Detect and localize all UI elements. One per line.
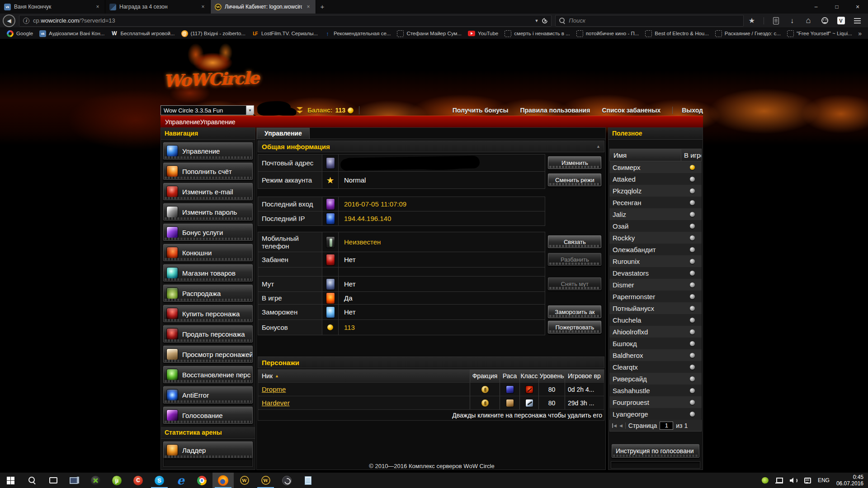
characters-column-header[interactable]: Игровое вр (565, 370, 604, 382)
player-row[interactable]: Chuchela (609, 314, 702, 326)
browser-tab[interactable]: Награда за 4 сезон (105, 0, 211, 14)
vote-instruction-button[interactable]: Инструкция по голосовани (612, 444, 699, 458)
clock[interactable]: 0:45 06.07.2016 (836, 474, 863, 487)
player-row[interactable]: Ahioolroflxd (609, 326, 702, 338)
bookmark-item[interactable]: "Free Yourself" ~ Liqui... (784, 30, 855, 37)
action-button[interactable]: Сменить режи (548, 174, 601, 186)
player-row[interactable]: Devastators (609, 267, 702, 279)
taskbar-wow-button[interactable] (234, 473, 255, 488)
character-row[interactable]: Dropme800d 2h 4... (258, 383, 604, 396)
player-row[interactable]: Олежабандит (609, 244, 702, 255)
bookmark-item[interactable]: Рекомендательная се... (321, 30, 394, 37)
volume-icon[interactable] (790, 478, 797, 483)
select-caret-icon[interactable] (246, 106, 254, 115)
taskbar-skype-button[interactable] (149, 473, 170, 488)
taskbar-start-button[interactable] (0, 473, 21, 488)
characters-column-header[interactable]: Фракция (470, 370, 500, 382)
reading-list-icon[interactable] (771, 16, 780, 25)
sidebar-item[interactable]: Купить персонажа (163, 305, 253, 322)
window-close-button[interactable] (847, 0, 868, 14)
player-row[interactable]: Риверсайд (609, 373, 702, 385)
account-link[interactable]: Выход (672, 107, 703, 114)
window-maximize-button[interactable] (826, 0, 847, 14)
characters-column-header[interactable]: Класс (520, 370, 539, 382)
player-row[interactable]: Baldherox (609, 349, 702, 361)
tab-close-icon[interactable] (94, 4, 101, 10)
taskbar-game-center-button[interactable] (85, 473, 106, 488)
sidebar-item[interactable]: Управление (163, 142, 253, 160)
taskbar-obs-button[interactable] (276, 473, 297, 488)
bookmark-item[interactable]: LostFilm.TV. Сериалы... (249, 30, 321, 37)
player-row[interactable]: Attaked (609, 173, 702, 185)
home-icon[interactable] (804, 16, 813, 25)
notifications-icon[interactable] (804, 478, 811, 483)
sidebar-item[interactable]: Конюшни (163, 244, 253, 261)
server-select[interactable]: Wow Circle 3.3.5a Fun (160, 105, 254, 115)
sidebar-item[interactable]: Бонус услуги (163, 224, 253, 241)
window-minimize-button[interactable] (806, 0, 826, 14)
bookmark-item[interactable]: Аудіозаписи Вані Кон... (36, 30, 108, 37)
character-nick-link[interactable]: Hardever (262, 399, 290, 407)
character-nick-link[interactable]: Dropme (262, 385, 286, 393)
action-button[interactable]: Изменить (548, 156, 601, 169)
taskbar-search-button[interactable] (21, 473, 42, 488)
player-row[interactable]: Lyangeorge (609, 408, 702, 420)
downloads-icon[interactable] (788, 16, 797, 25)
account-link[interactable]: Правила пользования (520, 107, 590, 114)
address-bar[interactable]: cp.wowcircle.com/?serverId=13 (19, 15, 552, 27)
taskbar-my-computer-button[interactable] (64, 473, 85, 488)
tab-close-icon[interactable] (200, 4, 206, 10)
bookmark-star-icon[interactable] (747, 16, 756, 25)
player-row[interactable]: Ресенган (609, 197, 702, 208)
sidebar-item[interactable]: Просмотр персонажей (163, 346, 253, 363)
sidebar-item[interactable]: AntiError (163, 386, 253, 404)
column-name[interactable]: Имя (610, 149, 681, 161)
taskbar-ccleaner-button[interactable] (127, 473, 149, 488)
taskbar-chrome-button[interactable] (191, 473, 212, 488)
bookmark-item[interactable]: смерть і ненависть в ... (501, 30, 573, 37)
menu-icon[interactable] (853, 16, 862, 25)
player-row[interactable]: Потныйанусх (609, 302, 702, 314)
player-row[interactable]: Rockky (609, 232, 702, 244)
taskbar-edge-button[interactable] (170, 473, 191, 488)
sidebar-item[interactable]: Ладдер (163, 441, 253, 459)
player-row[interactable]: Rurounix (609, 255, 702, 267)
characters-column-header[interactable]: Уровень (539, 370, 565, 382)
sidebar-item[interactable]: Продать персонажа (163, 325, 253, 343)
action-button[interactable]: Связать (548, 235, 601, 248)
wowcircle-logo[interactable]: WoWCircle (164, 51, 250, 96)
account-link[interactable]: Получить бонусы (453, 107, 509, 114)
sidebar-item[interactable]: Пополнить счёт (163, 163, 253, 180)
player-row[interactable]: Clearqtx (609, 361, 702, 373)
network-icon[interactable] (775, 478, 783, 483)
browser-tab[interactable]: WЛичный Кабинет: logon.wowcirc... (211, 0, 316, 14)
column-online[interactable]: В игре (681, 149, 701, 161)
vk-badge-icon[interactable] (836, 16, 845, 25)
action-button[interactable]: Заморозить ак (548, 305, 601, 318)
player-row[interactable]: Jaliz (609, 208, 702, 220)
taskbar-task-view-button[interactable] (42, 473, 64, 488)
player-row[interactable]: Бшпокд (609, 338, 702, 349)
bookmark-item[interactable]: Google (4, 30, 36, 37)
sidebar-item[interactable]: Магазин товаров (163, 264, 253, 282)
bookmark-item[interactable]: Стефани Майер Сум... (394, 30, 465, 37)
character-row[interactable]: Hardever8029d 3h ... (258, 396, 604, 410)
player-row[interactable]: Свимерх (609, 161, 702, 173)
bookmark-item[interactable]: YouTube (465, 31, 501, 36)
player-row[interactable]: Sashahustle (609, 385, 702, 396)
sidebar-item[interactable]: Изменить пароль (163, 203, 253, 221)
collapse-icon[interactable] (596, 144, 600, 149)
characters-column-header[interactable]: Ник (258, 370, 470, 382)
player-row[interactable]: Dismer (609, 279, 702, 291)
bookmark-item[interactable]: потойбичне кино - П... (573, 30, 642, 37)
tab-close-icon[interactable] (305, 4, 311, 10)
page-input[interactable] (660, 422, 673, 430)
back-button[interactable] (3, 14, 15, 27)
player-row[interactable]: Озай (609, 220, 702, 232)
nvidia-tray-icon[interactable] (761, 476, 769, 484)
account-link[interactable]: Список забаненых (602, 107, 660, 114)
account-icon[interactable] (820, 16, 829, 25)
bookmark-item[interactable]: Бесплатный игровой... (108, 30, 178, 37)
characters-column-header[interactable]: Раса (500, 370, 520, 382)
site-info-icon[interactable] (23, 18, 29, 24)
